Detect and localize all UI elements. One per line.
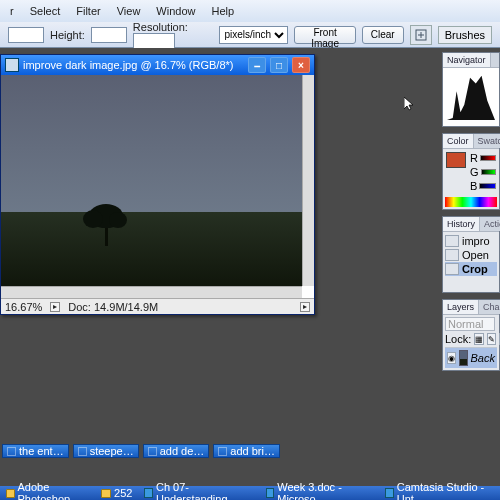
tree-graphic: [89, 204, 123, 246]
doc-size: Doc: 14.9M/14.9M: [68, 301, 158, 313]
r-slider[interactable]: [480, 155, 496, 161]
foreground-swatch[interactable]: [446, 152, 466, 168]
taskbar-item-4[interactable]: Camtasia Studio - Unt…: [381, 487, 498, 499]
document-title: improve dark image.jpg @ 16.7% (RGB/8*): [23, 59, 244, 71]
taskbar-item-3[interactable]: Week 3.doc - Microso…: [262, 487, 378, 499]
ps-doc-icon: [148, 447, 157, 456]
menu-filter[interactable]: Filter: [70, 3, 106, 19]
r-label: R: [470, 152, 478, 164]
document-status-bar: 16.67% ▸ Doc: 14.9M/14.9M ▸: [1, 298, 314, 314]
brushes-button[interactable]: Brushes: [438, 26, 492, 44]
crop-step-icon: [445, 263, 459, 275]
layers-palette: Layers Chan Normal Lock: ▦ ✎ ✥ ◉ Back: [442, 299, 500, 371]
zoom-level[interactable]: 16.67%: [5, 301, 42, 313]
actions-tab[interactable]: Actio: [480, 217, 500, 231]
history-snapshot[interactable]: impro: [445, 234, 497, 248]
layers-tab[interactable]: Layers: [443, 300, 479, 314]
close-button[interactable]: ×: [292, 57, 310, 73]
document-icon: [5, 58, 19, 72]
resolution-input[interactable]: [133, 33, 175, 49]
b-label: B: [470, 180, 477, 192]
folder-icon: [6, 489, 15, 498]
navigator-palette: Navigator: [442, 52, 500, 127]
eye-icon[interactable]: ◉: [447, 352, 456, 364]
channels-tab[interactable]: Chan: [479, 300, 500, 314]
color-palette: Color Swatc R G B: [442, 133, 500, 210]
status-popup-icon[interactable]: ▸: [50, 302, 60, 312]
taskbar-item-0[interactable]: Adobe Photoshop: [2, 487, 93, 499]
palette-column: Navigator Color Swatc R G B: [442, 52, 500, 371]
swatches-tab[interactable]: Swatc: [474, 134, 500, 148]
mouse-cursor: [404, 97, 414, 111]
ps-doc-icon: [78, 447, 87, 456]
open-step-icon: [445, 249, 459, 261]
status-arrow-icon[interactable]: ▸: [300, 302, 310, 312]
menu-view[interactable]: View: [111, 3, 147, 19]
history-item-open[interactable]: Open: [445, 248, 497, 262]
color-spectrum[interactable]: [445, 197, 497, 207]
blend-mode-select[interactable]: Normal: [445, 317, 495, 331]
document-titlebar[interactable]: improve dark image.jpg @ 16.7% (RGB/8*) …: [1, 55, 314, 75]
layer-thumbnail: [459, 350, 468, 366]
document-window: improve dark image.jpg @ 16.7% (RGB/8*) …: [0, 54, 315, 315]
histogram-display: [443, 68, 499, 126]
layer-name: Back: [471, 352, 495, 364]
app-icon: [385, 488, 394, 498]
maximize-button[interactable]: □: [270, 57, 288, 73]
height-input[interactable]: [91, 27, 127, 43]
taskbar-item-2[interactable]: Ch 07-Understanding-…: [140, 487, 257, 499]
resolution-label: Resolution:: [133, 21, 188, 33]
history-item-crop[interactable]: Crop: [445, 262, 497, 276]
front-image-button[interactable]: Front Image: [294, 26, 355, 44]
color-tab[interactable]: Color: [443, 134, 474, 148]
lock-label: Lock:: [445, 333, 471, 345]
clear-button[interactable]: Clear: [362, 26, 404, 44]
doctab-1[interactable]: steepe…: [73, 444, 139, 458]
minimize-button[interactable]: ‒: [248, 57, 266, 73]
image-content: [1, 75, 302, 286]
document-tabs: the ent… steepe… add de… add bri…: [0, 444, 500, 458]
doctab-3[interactable]: add bri…: [213, 444, 280, 458]
horizontal-scrollbar[interactable]: [1, 286, 302, 298]
app-icon: [144, 488, 153, 498]
windows-taskbar: Adobe Photoshop 252 Ch 07-Understanding-…: [0, 486, 500, 500]
width-input[interactable]: [8, 27, 44, 43]
taskbar-item-1[interactable]: 252: [97, 487, 136, 499]
menu-window[interactable]: Window: [150, 3, 201, 19]
document-canvas[interactable]: [1, 75, 314, 298]
doctab-0[interactable]: the ent…: [2, 444, 69, 458]
folder-icon: [101, 489, 111, 498]
workspace: improve dark image.jpg @ 16.7% (RGB/8*) …: [0, 48, 500, 472]
resolution-units[interactable]: pixels/inch: [219, 26, 288, 44]
lock-transparency-icon[interactable]: ▦: [474, 333, 484, 345]
ps-doc-icon: [7, 447, 16, 456]
app-icon: [266, 488, 275, 498]
b-slider[interactable]: [479, 183, 496, 189]
menu-bar: r Select Filter View Window Help: [0, 0, 500, 22]
vertical-scrollbar[interactable]: [302, 75, 314, 286]
palette-toggle-icon[interactable]: [410, 25, 432, 45]
menu-truncated[interactable]: r: [4, 3, 20, 19]
options-bar: Height: Resolution: pixels/inch Front Im…: [0, 22, 500, 48]
history-palette: History Actio impro Open Crop: [442, 216, 500, 293]
ps-doc-icon: [218, 447, 227, 456]
menu-select[interactable]: Select: [24, 3, 67, 19]
g-slider[interactable]: [481, 169, 496, 175]
navigator-tab[interactable]: Navigator: [443, 53, 491, 67]
g-label: G: [470, 166, 479, 178]
menu-help[interactable]: Help: [205, 3, 240, 19]
snapshot-icon: [445, 235, 459, 247]
history-tab[interactable]: History: [443, 217, 480, 231]
height-label: Height:: [50, 29, 85, 41]
lock-paint-icon[interactable]: ✎: [487, 333, 496, 345]
layer-row-background[interactable]: ◉ Back: [445, 348, 497, 368]
doctab-2[interactable]: add de…: [143, 444, 210, 458]
